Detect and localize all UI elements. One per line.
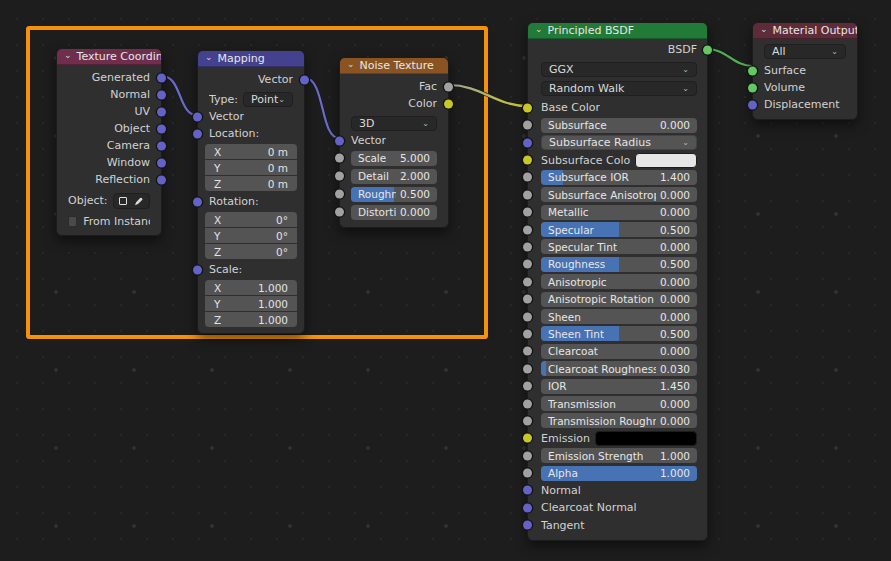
emission-color-swatch[interactable] <box>595 431 697 446</box>
node-principled-bsdf[interactable]: ⌄ Principled BSDF BSDF GGX⌄ Random Walk⌄… <box>527 22 708 541</box>
node-header[interactable]: ⌄ Noise Texture <box>340 58 448 74</box>
socket-transmission-roughness-input[interactable] <box>523 416 532 425</box>
socket-generated-output[interactable] <box>157 73 166 82</box>
scale-y-field[interactable]: Y1.000 <box>205 296 297 311</box>
clearcoat-slider[interactable]: Clearcoat0.000 <box>541 344 697 359</box>
distortion-slider[interactable]: Distortion0.000 <box>351 205 437 220</box>
node-header[interactable]: ⌄ Texture Coordinate <box>57 49 161 65</box>
socket-scale-input[interactable] <box>335 154 344 163</box>
socket-camera-output[interactable] <box>157 141 166 150</box>
socket-vector-output[interactable] <box>300 75 309 84</box>
anisotropic-slider[interactable]: Anisotropic0.000 <box>541 274 697 289</box>
socket-subsurface-ior-input[interactable] <box>523 173 532 182</box>
socket-specular-tint-input[interactable] <box>523 242 532 251</box>
node-editor-canvas[interactable]: ⌄ Texture Coordinate Generated Normal UV… <box>0 0 891 561</box>
metallic-slider[interactable]: Metallic0.000 <box>541 205 697 220</box>
socket-uv-output[interactable] <box>157 107 166 116</box>
socket-object-output[interactable] <box>157 124 166 133</box>
node-mapping[interactable]: ⌄ Mapping Vector Type: Point⌄ Vector Loc… <box>197 50 305 334</box>
location-y-field[interactable]: Y0 m <box>205 160 297 175</box>
socket-transmission-input[interactable] <box>523 399 532 408</box>
socket-location-input[interactable] <box>193 129 202 138</box>
node-header[interactable]: ⌄ Principled BSDF <box>528 23 707 39</box>
node-texture-coordinate[interactable]: ⌄ Texture Coordinate Generated Normal UV… <box>56 48 162 236</box>
object-field[interactable] <box>113 193 150 209</box>
anisotropic-rotation-slider[interactable]: Anisotropic Rotation0.000 <box>541 292 697 307</box>
socket-detail-input[interactable] <box>335 172 344 181</box>
node-noise-texture[interactable]: ⌄ Noise Texture Fac Color 3D⌄ Vector Sca… <box>339 57 449 228</box>
subsurface-color-swatch[interactable] <box>635 153 697 168</box>
socket-anisotropic-rotation-input[interactable] <box>523 295 532 304</box>
specular-tint-slider[interactable]: Specular Tint0.000 <box>541 239 697 254</box>
socket-reflection-output[interactable] <box>157 175 166 184</box>
subsurface-slider[interactable]: Subsurface0.000 <box>541 118 697 133</box>
scale-slider[interactable]: Scale5.000 <box>351 151 437 166</box>
socket-subsurface-radius-input[interactable] <box>523 138 532 147</box>
location-z-field[interactable]: Z0 m <box>205 176 297 191</box>
socket-roughness-input[interactable] <box>335 190 344 199</box>
socket-fac-output[interactable] <box>444 82 453 91</box>
subsurface-method-dropdown[interactable]: Random Walk⌄ <box>541 81 697 96</box>
socket-normal-input[interactable] <box>523 486 532 495</box>
type-dropdown[interactable]: Point⌄ <box>243 92 293 107</box>
socket-ior-input[interactable] <box>523 382 532 391</box>
socket-volume-input[interactable] <box>748 83 757 92</box>
socket-tangent-input[interactable] <box>523 521 532 530</box>
socket-specular-input[interactable] <box>523 225 532 234</box>
transmission-roughness-slider[interactable]: Transmission Roughness0.000 <box>541 413 697 428</box>
transmission-slider[interactable]: Transmission0.000 <box>541 396 697 411</box>
socket-anisotropic-input[interactable] <box>523 277 532 286</box>
socket-subsurface-color-input[interactable] <box>523 156 532 165</box>
ior-slider[interactable]: IOR1.450 <box>541 379 697 394</box>
socket-emission-strength-input[interactable] <box>523 451 532 460</box>
socket-alpha-input[interactable] <box>523 469 532 478</box>
socket-sheen-tint-input[interactable] <box>523 329 532 338</box>
subsurface-anisotropy-slider[interactable]: Subsurface Anisotropy0.000 <box>541 187 697 202</box>
dimensions-dropdown[interactable]: 3D⌄ <box>351 116 437 131</box>
socket-distortion-input[interactable] <box>335 208 344 217</box>
collapse-chevron-icon[interactable]: ⌄ <box>535 25 543 34</box>
distribution-dropdown[interactable]: GGX⌄ <box>541 62 697 77</box>
scale-z-field[interactable]: Z1.000 <box>205 312 297 327</box>
clearcoat-roughness-slider[interactable]: Clearcoat Roughness0.030 <box>541 361 697 376</box>
socket-subsurface-input[interactable] <box>523 121 532 130</box>
socket-emission-input[interactable] <box>523 434 532 443</box>
emission-strength-slider[interactable]: Emission Strength1.000 <box>541 448 697 463</box>
socket-clearcoat-roughness-input[interactable] <box>523 364 532 373</box>
socket-surface-input[interactable] <box>748 66 757 75</box>
eyedropper-icon[interactable] <box>134 196 144 206</box>
rotation-z-field[interactable]: Z0° <box>205 244 297 259</box>
socket-rotation-input[interactable] <box>193 197 202 206</box>
subsurface-radius-dropdown[interactable]: Subsurface Radius⌄ <box>541 135 697 150</box>
socket-displacement-input[interactable] <box>748 100 757 109</box>
node-header[interactable]: ⌄ Mapping <box>198 51 304 67</box>
socket-bsdf-output[interactable] <box>703 45 712 54</box>
socket-scale-input[interactable] <box>193 265 202 274</box>
socket-normal-output[interactable] <box>157 90 166 99</box>
sheen-slider[interactable]: Sheen0.000 <box>541 309 697 324</box>
alpha-slider[interactable]: Alpha1.000 <box>541 466 697 481</box>
node-header[interactable]: ⌄ Material Output <box>753 23 857 39</box>
socket-subsurface-anisotropy-input[interactable] <box>523 190 532 199</box>
socket-clearcoat-normal-input[interactable] <box>523 503 532 512</box>
collapse-chevron-icon[interactable]: ⌄ <box>347 60 355 69</box>
collapse-chevron-icon[interactable]: ⌄ <box>64 51 72 60</box>
collapse-chevron-icon[interactable]: ⌄ <box>760 25 768 34</box>
specular-slider[interactable]: Specular0.500 <box>541 222 697 237</box>
socket-metallic-input[interactable] <box>523 208 532 217</box>
scale-x-field[interactable]: X1.000 <box>205 280 297 295</box>
target-dropdown[interactable]: All⌄ <box>764 44 846 59</box>
collapse-chevron-icon[interactable]: ⌄ <box>205 53 213 62</box>
socket-vector-input[interactable] <box>193 112 202 121</box>
subsurface-ior-slider[interactable]: Subsurface IOR1.400 <box>541 170 697 185</box>
location-x-field[interactable]: X0 m <box>205 144 297 159</box>
socket-clearcoat-input[interactable] <box>523 347 532 356</box>
socket-vector-input[interactable] <box>335 136 344 145</box>
socket-color-output[interactable] <box>444 99 453 108</box>
sheen-tint-slider[interactable]: Sheen Tint0.500 <box>541 326 697 341</box>
roughness-slider[interactable]: Roughness0.500 <box>351 187 437 202</box>
socket-window-output[interactable] <box>157 158 166 167</box>
node-material-output[interactable]: ⌄ Material Output All⌄ Surface Volume Di… <box>752 22 858 120</box>
rotation-y-field[interactable]: Y0° <box>205 228 297 243</box>
detail-slider[interactable]: Detail2.000 <box>351 169 437 184</box>
